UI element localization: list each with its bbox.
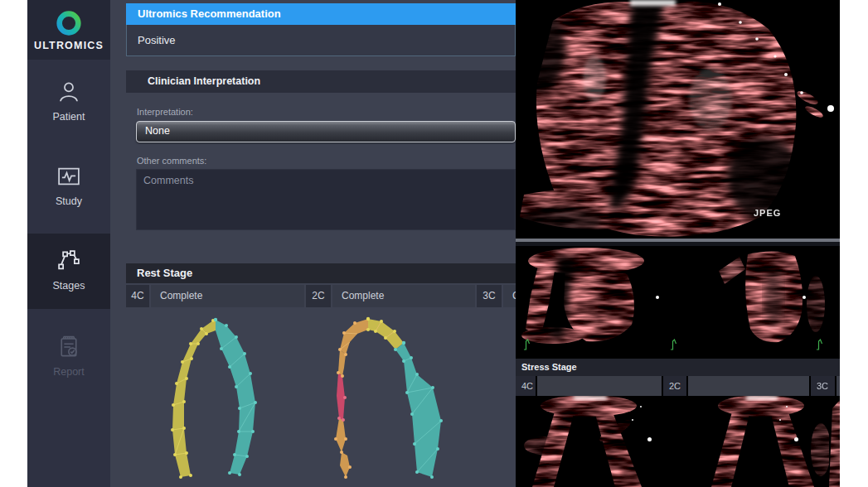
study-icon (56, 164, 81, 189)
ultrasound-rest-large[interactable]: JPEG (516, 0, 840, 239)
sidebar-item-stages[interactable]: Stages (27, 234, 110, 309)
sidebar: ULTROMICS Patient Study Stages (27, 0, 110, 487)
stress-view-2c-label[interactable]: 2C (663, 376, 686, 396)
ultrasound-rest-mid-left[interactable] (516, 246, 661, 349)
ecg-trace-icon (817, 338, 824, 351)
other-comments-label: Other comments: (137, 156, 206, 166)
ultromics-logo-icon (55, 9, 83, 37)
sidebar-item-label: Study (56, 195, 82, 207)
clinician-interpretation-header: Clinician Interpretation (126, 70, 516, 93)
interpretation-label: Interpretation: (137, 107, 193, 117)
stress-stage-view-row: 4C 2C 3C (516, 376, 840, 396)
rest-view-4c-label[interactable]: 4C (126, 285, 149, 307)
marker-dot (794, 437, 798, 441)
marker-dot (640, 406, 642, 407)
stress-stage-header: Stress Stage (516, 359, 840, 376)
brand-name: ULTROMICS (34, 40, 104, 51)
app-window: ULTROMICS Patient Study Stages (27, 0, 840, 487)
sidebar-item-patient[interactable]: Patient (27, 80, 110, 137)
rest-view-2c-status[interactable]: Complete (332, 285, 475, 307)
main-panel: Ultromics Recommendation Positive Clinic… (110, 0, 516, 487)
marker-dot (632, 419, 633, 421)
ultrasound-stress-bottom-right[interactable] (696, 396, 829, 487)
ecg-trace-icon (524, 338, 531, 351)
recommendation-value: Positive (126, 25, 516, 56)
marker-dot (786, 406, 788, 407)
sidebar-item-label: Report (53, 366, 85, 378)
sidebar-item-report: Report (27, 335, 110, 393)
rest-stage-contours (126, 311, 516, 487)
ecg-trace-icon (671, 338, 678, 351)
imaging-panel: JPEG (516, 0, 840, 487)
panel-separator (516, 239, 840, 246)
rest-view-2c-label[interactable]: 2C (306, 285, 331, 307)
comments-textarea[interactable] (136, 169, 516, 230)
contour-mesh-4c (170, 316, 263, 483)
sidebar-item-label: Stages (53, 280, 85, 292)
stages-icon (56, 248, 81, 273)
marker-dot (779, 419, 781, 421)
ultrasound-stress-bottom-left[interactable] (516, 396, 669, 487)
stress-view-3c-label[interactable]: 3C (811, 376, 835, 396)
sidebar-item-study[interactable]: Study (27, 164, 110, 222)
ultrasound-rest-mid-right[interactable]: JPEG (702, 246, 840, 349)
stress-view-2c-status[interactable] (688, 376, 809, 396)
stress-view-3c-status[interactable] (836, 376, 840, 396)
marker-dot (656, 296, 659, 299)
interpretation-select[interactable]: None (136, 121, 516, 142)
jpeg-format-label: JPEG (754, 208, 781, 218)
person-icon (56, 80, 81, 104)
sidebar-item-label: Patient (53, 111, 85, 123)
recommendation-header: Ultromics Recommendation (126, 3, 516, 25)
stress-view-4c-status[interactable] (537, 376, 662, 396)
marker-dot (647, 437, 652, 441)
brand-block: ULTROMICS (27, 0, 110, 60)
contour-mesh-2c (332, 315, 448, 485)
marker-dot (803, 296, 806, 299)
stress-view-4c-label[interactable]: 4C (516, 376, 536, 396)
report-icon (56, 335, 81, 359)
rest-view-4c-status[interactable]: Complete (151, 285, 304, 307)
rest-stage-header: Rest Stage (126, 263, 516, 283)
rest-view-3c-status[interactable]: Complete (503, 285, 516, 307)
rest-stage-view-row: 4C Complete 2C Complete 3C Complete (126, 285, 516, 307)
ultrasound-stress-bottom-partial[interactable] (829, 396, 840, 487)
rest-view-3c-label[interactable]: 3C (477, 285, 502, 307)
